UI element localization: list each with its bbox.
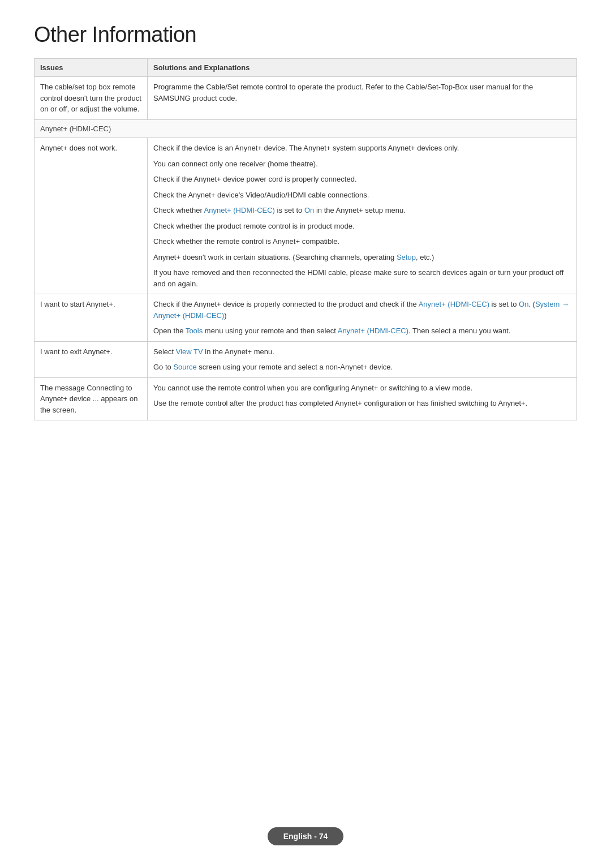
- table-row: I want to exit Anynet+.Select View TV in…: [35, 341, 577, 377]
- issue-cell: I want to exit Anynet+.: [35, 341, 148, 377]
- page-number-badge: English - 74: [268, 827, 344, 845]
- solution-item: Anynet+ doesn't work in certain situatio…: [153, 252, 571, 263]
- solution-item: Check if the Anynet+ device power cord i…: [153, 174, 571, 185]
- issue-cell: The cable/set top box remote control doe…: [35, 77, 148, 120]
- solution-item: Check the Anynet+ device's Video/Audio/H…: [153, 190, 571, 201]
- solution-item: Programme the Cable/Set remote control t…: [153, 81, 571, 104]
- issue-cell: The message Connecting to Anynet+ device…: [35, 377, 148, 420]
- solution-item: If you have removed and then reconnected…: [153, 267, 571, 289]
- solution-item: You can connect only one receiver (home …: [153, 158, 571, 170]
- solution-cell: Check if the device is an Anynet+ device…: [148, 138, 577, 294]
- solution-item: Check if the Anynet+ device is properly …: [153, 299, 571, 321]
- solution-cell: Check if the Anynet+ device is properly …: [148, 294, 577, 342]
- issue-cell: Anynet+ does not work.: [35, 138, 148, 294]
- page-footer: English - 74: [0, 827, 611, 845]
- solution-cell: Select View TV in the Anynet+ menu.Go to…: [148, 341, 577, 377]
- solution-item: Check whether the product remote control…: [153, 221, 571, 232]
- issues-header: Issues: [35, 59, 148, 77]
- table-row: The cable/set top box remote control doe…: [35, 77, 577, 120]
- main-table: Issues Solutions and Explanations The ca…: [34, 58, 577, 420]
- page-title: Other Information: [34, 23, 577, 47]
- solution-item: Check whether Anynet+ (HDMI-CEC) is set …: [153, 205, 571, 216]
- solution-item: Check if the device is an Anynet+ device…: [153, 143, 571, 154]
- table-row: I want to start Anynet+.Check if the Any…: [35, 294, 577, 342]
- table-row: Anynet+ does not work.Check if the devic…: [35, 138, 577, 294]
- solution-item: Select View TV in the Anynet+ menu.: [153, 346, 571, 358]
- solution-item: Check whether the remote control is Anyn…: [153, 236, 571, 247]
- solution-item: Use the remote control after the product…: [153, 398, 571, 409]
- solutions-header: Solutions and Explanations: [148, 59, 577, 77]
- table-row: The message Connecting to Anynet+ device…: [35, 377, 577, 420]
- solution-item: Go to Source screen using your remote an…: [153, 362, 571, 373]
- solution-item: You cannot use the remote control when y…: [153, 383, 571, 394]
- solution-cell: You cannot use the remote control when y…: [148, 377, 577, 420]
- section-header: Anynet+ (HDMI-CEC): [35, 119, 577, 138]
- issue-cell: I want to start Anynet+.: [35, 294, 148, 342]
- solution-item: Open the Tools menu using your remote an…: [153, 325, 571, 337]
- solution-cell: Programme the Cable/Set remote control t…: [148, 77, 577, 120]
